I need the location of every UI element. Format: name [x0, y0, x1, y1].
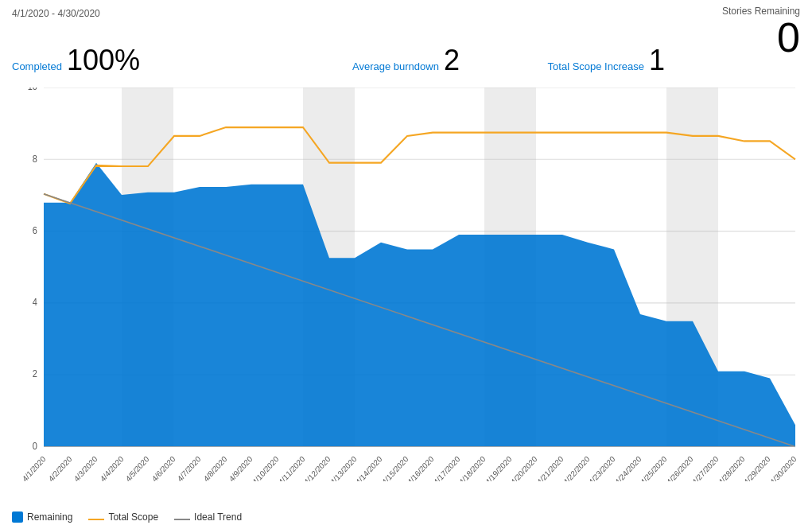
- svg-text:6: 6: [33, 225, 37, 235]
- svg-text:4/14/2020: 4/14/2020: [354, 454, 384, 481]
- svg-text:4/12/2020: 4/12/2020: [302, 454, 332, 481]
- svg-text:4/11/2020: 4/11/2020: [277, 454, 307, 481]
- svg-text:4/19/2020: 4/19/2020: [484, 454, 514, 481]
- legend-ideal-trend: Ideal Trend: [174, 511, 242, 523]
- total-scope-metric: Total Scope Increase 1: [548, 44, 665, 77]
- svg-text:4/5/2020: 4/5/2020: [124, 454, 151, 481]
- svg-text:4/13/2020: 4/13/2020: [328, 454, 359, 481]
- svg-text:4/20/2020: 4/20/2020: [509, 454, 539, 481]
- svg-text:8: 8: [33, 154, 37, 163]
- svg-text:4: 4: [33, 298, 38, 307]
- legend-remaining-color: [12, 511, 23, 523]
- svg-text:4/3/2020: 4/3/2020: [72, 454, 99, 481]
- svg-text:4/22/2020: 4/22/2020: [561, 454, 592, 481]
- completed-metric: Completed 100%: [12, 44, 140, 77]
- burndown-chart: 0 2 4 6 8 10: [12, 88, 800, 481]
- svg-text:4/24/2020: 4/24/2020: [613, 454, 643, 481]
- metrics-row: Completed 100% Average burndown 2 Total …: [12, 44, 800, 77]
- avg-burndown-label: Average burndown: [352, 60, 439, 72]
- svg-text:4/1/2020: 4/1/2020: [21, 454, 48, 481]
- svg-text:4/28/2020: 4/28/2020: [717, 454, 747, 481]
- legend-total-scope-label: Total Scope: [108, 511, 158, 523]
- svg-text:4/16/2020: 4/16/2020: [406, 454, 436, 481]
- svg-text:4/15/2020: 4/15/2020: [380, 454, 410, 481]
- svg-text:4/9/2020: 4/9/2020: [227, 454, 254, 481]
- completed-value: 100%: [67, 44, 140, 77]
- svg-text:4/23/2020: 4/23/2020: [587, 454, 617, 481]
- chart-legend: Remaining Total Scope Ideal Trend: [12, 511, 242, 523]
- total-scope-value: 1: [649, 44, 665, 77]
- svg-text:4/27/2020: 4/27/2020: [690, 454, 721, 481]
- legend-remaining: Remaining: [12, 511, 72, 523]
- svg-text:4/17/2020: 4/17/2020: [432, 454, 462, 481]
- svg-text:2: 2: [33, 369, 37, 379]
- svg-text:4/7/2020: 4/7/2020: [176, 454, 203, 481]
- total-scope-label: Total Scope Increase: [548, 60, 644, 72]
- svg-text:10: 10: [28, 88, 37, 91]
- svg-text:4/2/2020: 4/2/2020: [47, 454, 74, 481]
- svg-text:4/4/2020: 4/4/2020: [99, 454, 126, 481]
- svg-text:4/26/2020: 4/26/2020: [665, 454, 695, 481]
- date-range: 4/1/2020 - 4/30/2020: [12, 8, 100, 19]
- completed-label: Completed: [12, 60, 62, 72]
- legend-remaining-label: Remaining: [27, 511, 72, 523]
- chart-area: 0 2 4 6 8 10: [12, 88, 800, 481]
- legend-ideal-trend-label: Ideal Trend: [194, 511, 242, 523]
- svg-text:4/10/2020: 4/10/2020: [251, 454, 281, 481]
- svg-text:4/21/2020: 4/21/2020: [535, 454, 565, 481]
- legend-total-scope: Total Scope: [88, 511, 158, 523]
- svg-text:4/6/2020: 4/6/2020: [150, 454, 177, 481]
- svg-text:4/29/2020: 4/29/2020: [742, 454, 772, 481]
- svg-text:4/18/2020: 4/18/2020: [457, 454, 488, 481]
- svg-text:4/8/2020: 4/8/2020: [202, 454, 229, 481]
- svg-text:4/25/2020: 4/25/2020: [639, 454, 669, 481]
- legend-ideal-trend-line: [174, 519, 190, 520]
- legend-total-scope-line: [88, 519, 104, 520]
- avg-burndown-value: 2: [444, 44, 460, 77]
- avg-burndown-metric: Average burndown 2: [352, 44, 460, 77]
- svg-text:0: 0: [33, 441, 37, 450]
- svg-text:4/30/2020: 4/30/2020: [768, 454, 798, 481]
- main-container: 4/1/2020 - 4/30/2020 Stories Remaining 0…: [0, 0, 812, 529]
